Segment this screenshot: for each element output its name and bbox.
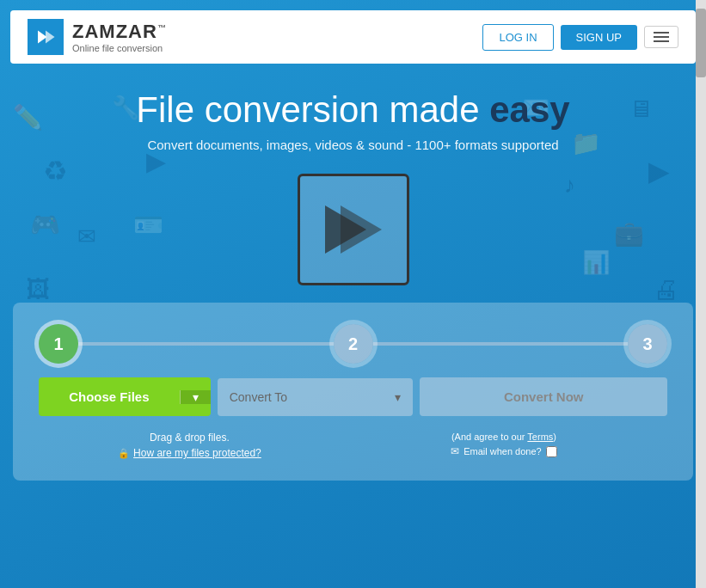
login-button[interactable]: LOG IN — [482, 24, 553, 51]
hero-subtitle: Convert documents, images, videos & soun… — [17, 138, 689, 152]
action-buttons-row: Choose Files ▾ Convert To ▾ Convert Now — [39, 377, 667, 416]
email-icon: ✉ — [451, 445, 459, 457]
conversion-panel: 1 2 3 Choose Files ▾ Convert To ▾ Conver… — [13, 303, 693, 481]
arrow-shape-2 — [341, 205, 382, 254]
logo-icon — [28, 19, 64, 55]
logo-text: ZAMZAR™ Online file conversion — [72, 21, 167, 53]
convert-now-button[interactable]: Convert Now — [420, 377, 667, 416]
step-2-circle: 2 — [334, 324, 373, 364]
choose-files-button-group[interactable]: Choose Files ▾ — [39, 377, 211, 416]
step-1-circle: 1 — [39, 324, 78, 364]
menu-line-2 — [654, 36, 669, 38]
play-icon-wrapper — [0, 174, 706, 285]
email-checkbox[interactable] — [546, 446, 557, 457]
navbar-logo-area: ZAMZAR™ Online file conversion — [28, 19, 167, 55]
agree-text: (And agree to our Terms) — [341, 432, 667, 442]
terms-link[interactable]: Terms — [527, 432, 553, 442]
play-icon-box — [298, 174, 409, 285]
navbar-actions: LOG IN SIGN UP — [482, 24, 678, 51]
navbar: ZAMZAR™ Online file conversion LOG IN SI… — [10, 10, 696, 64]
hero-title: File conversion made easy — [17, 89, 689, 131]
logo-tagline: Online file conversion — [72, 43, 167, 53]
convert-to-button[interactable]: Convert To ▾ — [218, 378, 414, 416]
play-arrows — [325, 205, 382, 254]
left-info: Drag & drop files. 🔒 How are my files pr… — [39, 423, 341, 459]
menu-line-1 — [654, 32, 669, 34]
hamburger-menu-button[interactable] — [644, 26, 678, 48]
lock-icon: 🔒 — [118, 448, 130, 459]
steps-row: 1 2 3 — [39, 324, 667, 364]
step-line-2 — [373, 342, 629, 346]
signup-button[interactable]: SIGN UP — [561, 25, 637, 50]
protected-link[interactable]: How are my files protected? — [133, 447, 261, 459]
step-line-1 — [78, 342, 334, 346]
protected-link-row: 🔒 How are my files protected? — [39, 447, 341, 459]
convert-to-arrow-icon: ▾ — [395, 390, 401, 404]
zamzar-logo-svg — [33, 24, 58, 50]
dropdown-arrow-icon: ▾ — [193, 390, 199, 404]
choose-files-button[interactable]: Choose Files — [39, 389, 180, 404]
drag-drop-text: Drag & drop files. — [39, 432, 341, 444]
email-label: Email when done? — [464, 446, 542, 456]
menu-line-3 — [654, 40, 669, 42]
right-info: (And agree to our Terms) ✉ Email when do… — [341, 423, 667, 457]
hero-section: File conversion made easy Convert docume… — [0, 64, 706, 174]
logo-name: ZAMZAR™ — [72, 21, 167, 43]
choose-files-dropdown-button[interactable]: ▾ — [180, 390, 211, 404]
step-3-circle: 3 — [628, 324, 667, 364]
email-row: ✉ Email when done? — [341, 445, 667, 457]
